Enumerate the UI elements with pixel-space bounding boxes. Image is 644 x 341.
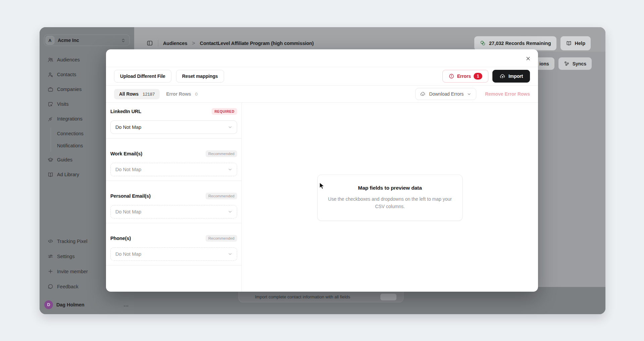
close-icon bbox=[525, 56, 531, 61]
breadcrumb-separator: > bbox=[192, 40, 195, 46]
preview-description: Use the checkboxes and dropdowns on the … bbox=[326, 196, 454, 210]
records-remaining-label: 27,032 Records Remaining bbox=[489, 41, 551, 46]
modal-header bbox=[106, 49, 538, 67]
sidebar-item-label: Contacts bbox=[57, 72, 76, 77]
sidebar-subitem-label: Connections bbox=[57, 131, 84, 136]
modal-toolbar: Upload Different File Reset mappings Err… bbox=[106, 67, 538, 86]
field-group: Personal Email(s) Recommended Do Not Map bbox=[106, 181, 241, 223]
field-group: LinkedIn URL REQUIRED Do Not Map bbox=[106, 103, 241, 139]
cloud-download-icon bbox=[420, 91, 426, 97]
field-badge: Recommended bbox=[206, 150, 237, 157]
org-selector[interactable]: A Acme Inc bbox=[44, 35, 130, 46]
breadcrumb: Audiences > ContactLevel Affiliate Progr… bbox=[146, 40, 474, 47]
import-button[interactable]: Import bbox=[492, 70, 530, 83]
users-icon bbox=[47, 57, 54, 63]
field-mapping-dropdown[interactable]: Do Not Map bbox=[110, 163, 237, 176]
field-group: Phone(s) Recommended Do Not Map bbox=[106, 223, 241, 265]
modal-tabs-row: All Rows 12187 Error Rows 0 Download Err… bbox=[106, 86, 538, 103]
records-remaining-badge[interactable]: 27,032 Records Remaining bbox=[474, 36, 556, 50]
chevron-down-icon bbox=[227, 209, 233, 214]
errors-button[interactable]: Errors 1 bbox=[442, 70, 488, 83]
tab-all-rows[interactable]: All Rows 12187 bbox=[114, 89, 160, 99]
alert-circle-icon bbox=[448, 73, 454, 79]
top-header: Audiences > ContactLevel Affiliate Progr… bbox=[134, 27, 605, 52]
sidebar-subitem-label: Notifications bbox=[57, 143, 83, 148]
field-group: Work Email(s) Recommended Do Not Map bbox=[106, 139, 241, 181]
user-name: Dag Holmen bbox=[56, 302, 120, 307]
sidebar-item-label: Ad Library bbox=[57, 172, 79, 177]
graduation-cap-icon bbox=[47, 157, 54, 163]
field-label: Work Email(s) bbox=[110, 151, 142, 156]
contact-search-icon bbox=[47, 71, 54, 78]
all-rows-count: 12187 bbox=[143, 92, 155, 97]
org-avatar: A bbox=[46, 36, 54, 45]
coins-icon bbox=[480, 40, 486, 46]
download-errors-button[interactable]: Download Errors bbox=[415, 88, 476, 100]
cloud-upload-icon bbox=[499, 73, 506, 80]
field-label: Personal Email(s) bbox=[110, 193, 151, 199]
remove-error-rows-button[interactable]: Remove Error Rows bbox=[485, 91, 530, 97]
avatar: D bbox=[44, 300, 53, 309]
field-badge: Recommended bbox=[206, 235, 237, 242]
field-mapping-dropdown[interactable]: Do Not Map bbox=[110, 247, 237, 261]
chevron-down-icon bbox=[227, 167, 233, 172]
import-template-button bbox=[380, 294, 396, 300]
field-mapping-dropdown[interactable]: Do Not Map bbox=[110, 120, 237, 134]
breadcrumb-current: ContactLevel Affiliate Program (high com… bbox=[200, 41, 314, 46]
errors-count-badge: 1 bbox=[474, 73, 482, 80]
visits-cursor-icon bbox=[47, 101, 54, 107]
org-name: Acme Inc bbox=[58, 38, 117, 43]
chevron-down-icon bbox=[467, 92, 472, 97]
sidebar-item-label: Audiences bbox=[57, 57, 80, 62]
import-mapping-modal: Upload Different File Reset mappings Err… bbox=[106, 49, 538, 292]
chat-bubble-icon bbox=[47, 283, 54, 290]
divider bbox=[158, 40, 158, 47]
field-label: Phone(s) bbox=[110, 236, 131, 241]
help-button[interactable]: Help bbox=[560, 36, 591, 50]
sidebar-item-label: Integrations bbox=[57, 116, 83, 121]
error-rows-count: 0 bbox=[195, 92, 198, 97]
sidebar-item-label: Guides bbox=[57, 157, 72, 162]
plus-icon bbox=[47, 268, 54, 275]
code-icon bbox=[47, 238, 54, 244]
field-label: LinkedIn URL bbox=[110, 109, 141, 114]
field-mapping-column: LinkedIn URL REQUIRED Do Not Map Work Em… bbox=[106, 103, 242, 292]
sidebar-item-label: Invite member bbox=[57, 269, 88, 274]
tab-error-rows[interactable]: Error Rows 0 bbox=[161, 89, 203, 99]
sidebar-item-label: Visits bbox=[57, 101, 68, 107]
modal-body: LinkedIn URL REQUIRED Do Not Map Work Em… bbox=[106, 103, 538, 292]
breadcrumb-audiences[interactable]: Audiences bbox=[163, 41, 187, 46]
field-mapping-dropdown[interactable]: Do Not Map bbox=[110, 205, 237, 218]
user-row[interactable]: D Dag Holmen ... bbox=[42, 299, 131, 310]
sidebar-item-label: Tracking Pixel bbox=[57, 239, 88, 244]
chevron-updown-icon bbox=[120, 38, 126, 43]
preview-placeholder-card: Map fields to preview data Use the check… bbox=[317, 175, 463, 221]
import-template-description: Import complete contact information with… bbox=[255, 294, 380, 299]
help-book-icon bbox=[566, 40, 572, 46]
help-label: Help bbox=[575, 41, 585, 46]
chevron-down-icon bbox=[227, 125, 233, 130]
chevron-down-icon bbox=[227, 251, 233, 257]
sidebar-item-label: Companies bbox=[57, 87, 82, 92]
sidebar-item-label: Feedback bbox=[57, 284, 78, 289]
plug-icon bbox=[47, 116, 54, 122]
sidebar-item-label: Settings bbox=[57, 254, 74, 259]
preview-area: Map fields to preview data Use the check… bbox=[242, 103, 538, 292]
reset-mappings-button[interactable]: Reset mappings bbox=[176, 70, 224, 83]
panel-toggle-icon[interactable] bbox=[146, 40, 153, 47]
more-menu-icon[interactable]: ... bbox=[123, 302, 129, 307]
open-book-icon bbox=[47, 172, 54, 178]
field-badge: Recommended bbox=[206, 193, 237, 199]
preview-title: Map fields to preview data bbox=[318, 185, 462, 191]
briefcase-icon bbox=[47, 86, 54, 93]
syncs-icon bbox=[564, 61, 570, 66]
close-button[interactable] bbox=[523, 54, 533, 63]
field-badge: REQUIRED bbox=[212, 108, 237, 115]
sliders-icon bbox=[47, 253, 54, 259]
upload-different-file-button[interactable]: Upload Different File bbox=[114, 70, 171, 83]
tab-syncs[interactable]: Syncs bbox=[558, 57, 592, 70]
